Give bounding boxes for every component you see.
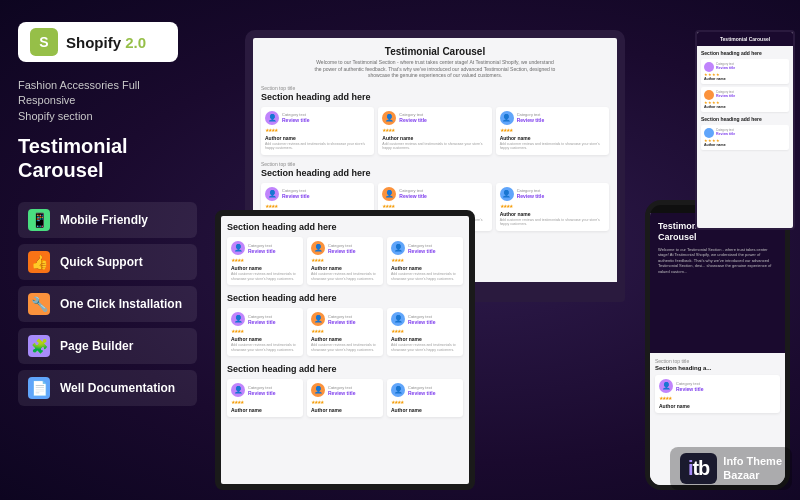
mini-card-3: Category text Review title ★★★★ Author n… bbox=[701, 125, 789, 150]
stars-4: ★★★★ bbox=[265, 203, 370, 209]
feature-one-click[interactable]: 🔧 One Click Installation bbox=[18, 286, 197, 322]
mini-preview-header: Testimonial Carousel bbox=[697, 32, 793, 46]
product-subtitle: Fashion Accessories Full ResponsiveShopi… bbox=[18, 78, 197, 124]
avatar-4: 👤 bbox=[265, 187, 279, 201]
cards-row-1: 👤 Category text Review title ★★★★ Author… bbox=[261, 107, 609, 155]
mini-section-title-2: Section heading add here bbox=[701, 116, 789, 122]
card-review-title-2: Review title bbox=[399, 117, 487, 123]
phone-content: TestimonialCarousel Welcome to our Testi… bbox=[650, 213, 785, 485]
install-icon: 🔧 bbox=[28, 293, 50, 315]
install-label: One Click Installation bbox=[60, 297, 182, 311]
tablet-review-card-1: 👤 Category text Review title ★★★★ Author… bbox=[227, 237, 303, 285]
docs-icon: 📄 bbox=[28, 377, 50, 399]
tablet-review-card-5: 👤 Category text Review title ★★★★ Author… bbox=[307, 308, 383, 356]
card-review-title-4: Review title bbox=[282, 193, 370, 199]
tablet-section-heading-2: Section heading add here bbox=[227, 293, 463, 303]
mini-avatar-1 bbox=[704, 62, 714, 72]
section-heading-1: Section heading add here bbox=[261, 92, 609, 102]
mini-preview: Testimonial Carousel Section heading add… bbox=[695, 30, 795, 230]
itb-logo: itb bbox=[680, 453, 717, 484]
stars-6: ★★★★ bbox=[500, 203, 605, 209]
avatar-6: 👤 bbox=[500, 187, 514, 201]
stars-5: ★★★★ bbox=[382, 203, 487, 209]
tablet-cards-row-1: 👤 Category text Review title ★★★★ Author… bbox=[227, 237, 463, 285]
phone-section-heading: Section heading a... bbox=[655, 365, 780, 371]
tablet-cards-row-3: 👤 Category text Review title ★★★★ Author… bbox=[227, 379, 463, 417]
card-text-6: Add customer reviews and testimonials to… bbox=[500, 218, 605, 227]
screen-desc: Welcome to our Testimonial Section - whe… bbox=[261, 59, 609, 79]
review-card-6: 👤 Category text Review title ★★★★ Author… bbox=[496, 183, 609, 231]
card-review-title-5: Review title bbox=[399, 193, 487, 199]
tablet-review-card-3: 👤 Category text Review title ★★★★ Author… bbox=[387, 237, 463, 285]
builder-label: Page Builder bbox=[60, 339, 133, 353]
author-2: Author name bbox=[382, 135, 487, 141]
screen-title: Testimonial Carousel bbox=[261, 46, 609, 57]
tablet-content: Section heading add here 👤 Category text… bbox=[221, 216, 469, 484]
tablet-avatar-3: 👤 bbox=[391, 241, 405, 255]
avatar-2: 👤 bbox=[382, 111, 396, 125]
mini-section-title-1: Section heading add here bbox=[701, 50, 789, 56]
screen-header: Testimonial Carousel Welcome to our Test… bbox=[261, 46, 609, 79]
mini-card-2: Category text Review title ★★★★ Author n… bbox=[701, 87, 789, 112]
card-text-3: Add customer reviews and testimonials to… bbox=[500, 142, 605, 151]
tablet-review-card-4: 👤 Category text Review title ★★★★ Author… bbox=[227, 308, 303, 356]
tablet-section-heading: Section heading add here bbox=[227, 222, 463, 232]
review-card-2: 👤 Category text Review title ★★★★ Author… bbox=[378, 107, 491, 155]
docs-label: Well Documentation bbox=[60, 381, 175, 395]
itb-letters: itb bbox=[688, 457, 709, 480]
section-heading-2: Section heading add here bbox=[261, 168, 609, 178]
section-top-label: Section top title bbox=[261, 85, 609, 91]
mini-avatar-3 bbox=[704, 128, 714, 138]
tablet-avatar-1: 👤 bbox=[231, 241, 245, 255]
author-1: Author name bbox=[265, 135, 370, 141]
mini-header-text: Testimonial Carousel bbox=[701, 36, 789, 42]
mini-avatar-2 bbox=[704, 90, 714, 100]
avatar-5: 👤 bbox=[382, 187, 396, 201]
mini-card-1: Category text Review title ★★★★ Author n… bbox=[701, 59, 789, 84]
shopify-badge: S Shopify 2.0 bbox=[18, 22, 178, 62]
mobile-icon: 📱 bbox=[28, 209, 50, 231]
phone-cards: 👤 Category text Review title ★★★★ Author… bbox=[655, 375, 780, 413]
mobile-label: Mobile Friendly bbox=[60, 213, 148, 227]
feature-list: 📱 Mobile Friendly 👍 Quick Support 🔧 One … bbox=[18, 202, 197, 406]
author-3: Author name bbox=[500, 135, 605, 141]
card-review-title-1: Review title bbox=[282, 117, 370, 123]
phone-card-1: 👤 Category text Review title ★★★★ Author… bbox=[655, 375, 780, 413]
tablet-cards-row-2: 👤 Category text Review title ★★★★ Author… bbox=[227, 308, 463, 356]
phone-dark-section: TestimonialCarousel Welcome to our Testi… bbox=[650, 213, 785, 353]
author-6: Author name bbox=[500, 211, 605, 217]
left-panel: S Shopify 2.0 Fashion Accessories Full R… bbox=[0, 0, 215, 500]
shopify-icon: S bbox=[30, 28, 58, 56]
mini-preview-body: Section heading add here Category text R… bbox=[697, 46, 793, 157]
card-text-1: Add customer reviews and testimonials to… bbox=[265, 142, 370, 151]
tablet-screen: Section heading add here 👤 Category text… bbox=[215, 210, 475, 490]
shopify-label: Shopify 2.0 bbox=[66, 34, 146, 51]
card-review-title-3: Review title bbox=[517, 117, 605, 123]
tablet-device: Section heading add here 👤 Category text… bbox=[215, 210, 475, 490]
stars-3: ★★★★ bbox=[500, 127, 605, 133]
card-text-2: Add customer reviews and testimonials to… bbox=[382, 142, 487, 151]
support-label: Quick Support bbox=[60, 255, 143, 269]
tablet-review-card-6: 👤 Category text Review title ★★★★ Author… bbox=[387, 308, 463, 356]
tablet-avatar-2: 👤 bbox=[311, 241, 325, 255]
avatar-1: 👤 bbox=[265, 111, 279, 125]
feature-well-docs[interactable]: 📄 Well Documentation bbox=[18, 370, 197, 406]
stars-1: ★★★★ bbox=[265, 127, 370, 133]
itb-text-block: Info ThemeBazaar bbox=[723, 455, 782, 481]
phone-desc: Welcome to our Testimonial Section - whe… bbox=[658, 247, 777, 275]
avatar-3: 👤 bbox=[500, 111, 514, 125]
product-title: Testimonial Carousel bbox=[18, 134, 197, 182]
itb-badge-container: itb Info ThemeBazaar bbox=[670, 447, 792, 490]
stars-2: ★★★★ bbox=[382, 127, 487, 133]
section-top-label-2: Section top title bbox=[261, 161, 609, 167]
devices-area: Testimonial Carousel Welcome to our Test… bbox=[215, 0, 800, 500]
feature-page-builder[interactable]: 🧩 Page Builder bbox=[18, 328, 197, 364]
tablet-review-card-2: 👤 Category text Review title ★★★★ Author… bbox=[307, 237, 383, 285]
builder-icon: 🧩 bbox=[28, 335, 50, 357]
feature-mobile-friendly[interactable]: 📱 Mobile Friendly bbox=[18, 202, 197, 238]
feature-quick-support[interactable]: 👍 Quick Support bbox=[18, 244, 197, 280]
review-card-1: 👤 Category text Review title ★★★★ Author… bbox=[261, 107, 374, 155]
card-review-title-6: Review title bbox=[517, 193, 605, 199]
review-card-3: 👤 Category text Review title ★★★★ Author… bbox=[496, 107, 609, 155]
itb-company-name: Info ThemeBazaar bbox=[723, 455, 782, 481]
